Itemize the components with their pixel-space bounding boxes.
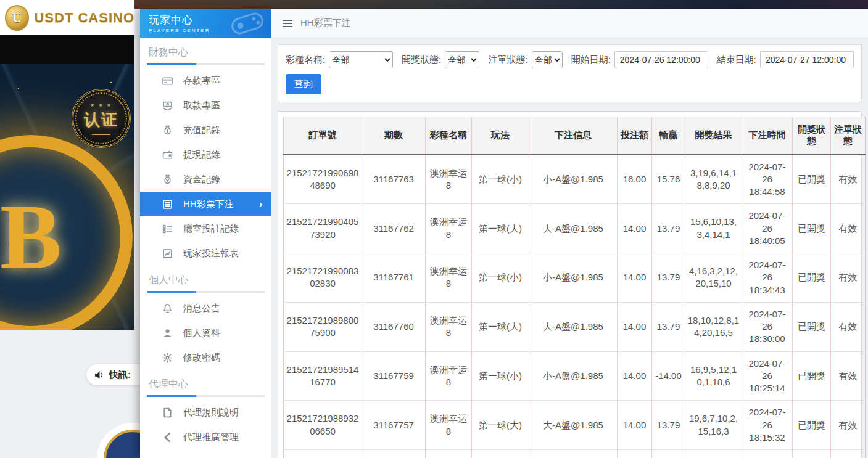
main-area: HH彩票下注 彩種名稱: 全部 開獎狀態: 全部 注單狀態: 全部	[271, 9, 868, 458]
table-row: 215217219895141677031167759澳洲幸运8第一球(小)小-…	[284, 351, 866, 401]
table-cell: 已開獎	[793, 401, 831, 450]
table-cell: 16,9,5,12,10,1,18,6	[685, 351, 742, 401]
table-cell: 2152172199069848690	[284, 155, 362, 204]
table-cell: 已開獎	[793, 155, 831, 204]
table-row: 215217219906984869031167763澳洲幸运8第一球(小)小-…	[284, 155, 866, 204]
section-underline	[147, 291, 265, 293]
table-cell: 2152172199040573920	[284, 204, 362, 253]
column-header: 開獎結果	[685, 117, 742, 155]
table-cell: 澳洲幸运8	[426, 351, 472, 401]
withdraw-hand-icon	[162, 100, 173, 111]
column-header: 投注額	[618, 117, 652, 155]
table-cell: 已開獎	[793, 450, 831, 458]
sidebar-header: 玩家中心 PLAYERS CENTER	[140, 9, 271, 38]
column-header: 輸贏	[652, 117, 685, 155]
table-row: 215217219900830283031167761澳洲幸运8第一球(小)小-…	[284, 253, 866, 303]
lottery-name-label: 彩種名稱:	[286, 54, 325, 66]
column-header: 開獎狀態	[793, 117, 831, 155]
menu-toggle-icon[interactable]	[283, 18, 292, 29]
table-cell: 第一球(大)	[472, 450, 529, 458]
start-date-label: 開始日期:	[571, 54, 611, 66]
column-header: 彩種名稱	[426, 117, 472, 155]
sidebar-item-funds-records[interactable]: 資金記錄	[140, 167, 271, 192]
table-header-row: 訂單號期數彩種名稱玩法下注信息投注額輸贏開獎結果下注時間開獎狀態注單狀態	[284, 117, 866, 155]
table-cell: 第一球(大)	[472, 401, 529, 450]
table-cell: 2152172198980075900	[284, 302, 362, 351]
table-cell: 2152172198860536040	[284, 450, 362, 458]
sidebar-item-agent-promotion[interactable]: 代理推廣管理	[140, 425, 271, 449]
table-cell: 有效	[831, 450, 866, 458]
sidebar-item-player-bet-report[interactable]: 玩家投注報表	[140, 241, 271, 266]
table-cell: 2024-07-26 18:15:32	[742, 401, 793, 450]
table-cell: 31167757	[362, 401, 426, 450]
sidebar-item-withdraw[interactable]: 取款專區	[140, 93, 271, 118]
table-cell: 有效	[831, 401, 866, 450]
order-status-label: 注單狀態:	[488, 54, 527, 66]
main-content: 彩種名稱: 全部 開獎狀態: 全部 注單狀態: 全部 開始日期: 結束日期:	[271, 38, 868, 458]
deposit-card-icon	[162, 76, 173, 86]
sidebar: 玩家中心 PLAYERS CENTER 財務中心存款專區取款專區充值記錄提現記錄…	[140, 9, 271, 458]
site-logo: U USDT CASINO	[0, 0, 134, 35]
table-cell: 已開獎	[793, 302, 831, 351]
sidebar-item-cashout-records[interactable]: 提現記錄	[140, 142, 271, 167]
table-cell: 第一球(大)	[472, 302, 529, 351]
section-underline	[147, 395, 265, 397]
table-cell: -14.00	[652, 351, 685, 401]
header-black-band	[0, 35, 134, 64]
sidebar-item-announcements[interactable]: 消息公告	[140, 296, 271, 321]
sidebar-item-profile[interactable]: 個人資料	[140, 321, 271, 345]
table-cell: 2024-07-26 18:40:05	[742, 204, 793, 253]
table-cell: 31167756	[362, 450, 426, 458]
table-cell: 19,9,20,10,4,16,14,12	[685, 450, 742, 458]
table-cell: 13.79	[652, 302, 685, 351]
table-cell: 18,10,12,8,14,20,16,5	[685, 302, 742, 351]
column-header: 下注時間	[742, 117, 793, 155]
main-topbar: HH彩票下注	[271, 9, 868, 38]
table-cell: 15.76	[652, 155, 685, 204]
table-cell: 14.00	[618, 204, 652, 253]
sidebar-item-agent-rules[interactable]: 代理規則說明	[140, 400, 271, 425]
order-status-select[interactable]: 全部	[532, 51, 563, 68]
sidebar-item-label: 資金記錄	[183, 174, 220, 186]
share-icon	[162, 432, 173, 443]
table-cell: 14.00	[618, 401, 652, 450]
bitcoin-banner-image: B ★ ★ ★ 认证	[0, 64, 134, 330]
table-cell: 澳洲幸运8	[426, 302, 472, 351]
table-row: 215217219886053604031167756澳洲幸运8第一球(大)大-…	[284, 450, 866, 458]
sidebar-item-label: 廳室投註記錄	[183, 223, 239, 235]
table-cell: 第一球(大)	[472, 204, 529, 253]
table-cell: 已開獎	[793, 253, 831, 303]
filter-card: 彩種名稱: 全部 開獎狀態: 全部 注單狀態: 全部 開始日期: 結束日期:	[278, 44, 862, 102]
table-cell: 31167760	[362, 302, 426, 351]
draw-status-select[interactable]: 全部	[445, 51, 479, 68]
column-header: 期數	[362, 117, 426, 155]
sidebar-item-deposit[interactable]: 存款專區	[140, 68, 271, 93]
table-cell: 19,6,7,10,2,15,16,3	[685, 401, 742, 450]
sidebar-item-change-password[interactable]: 修改密碼	[140, 345, 271, 370]
table-cell: 小-A盤@1.985	[529, 155, 618, 204]
table-cell: 第一球(小)	[472, 351, 529, 401]
usdt-coin-icon: U	[5, 5, 29, 31]
table-row: 215217219898007590031167760澳洲幸运8第一球(大)大-…	[284, 302, 866, 351]
table-cell: 小-A盤@1.985	[529, 351, 618, 401]
search-button[interactable]: 查詢	[286, 74, 321, 94]
table-cell: 2152172198951416770	[284, 351, 362, 401]
sidebar-item-room-bet-records[interactable]: 廳室投註記錄	[140, 216, 271, 241]
table-body: 215217219906984869031167763澳洲幸运8第一球(小)小-…	[284, 155, 866, 458]
table-cell: 第一球(小)	[472, 253, 529, 303]
end-date-input[interactable]	[760, 51, 854, 68]
start-date-input[interactable]	[614, 51, 708, 68]
sidebar-item-label: 消息公告	[183, 303, 220, 314]
gear-icon	[162, 353, 173, 363]
table-cell: 2024-07-26 18:44:58	[742, 155, 793, 204]
table-cell: 2024-07-26 18:25:14	[742, 351, 793, 401]
table-cell: 2024-07-26 18:34:43	[742, 253, 793, 303]
section-underline	[147, 63, 265, 65]
sidebar-item-label: 個人資料	[183, 327, 220, 339]
end-date-label: 結束日期:	[717, 54, 756, 66]
lottery-name-select[interactable]: 全部	[329, 51, 393, 68]
sidebar-item-hh-lottery-bets[interactable]: HH彩票下注›	[140, 192, 271, 216]
sidebar-item-recharge-records[interactable]: 充值記錄	[140, 118, 271, 142]
sidebar-item-label: 代理規則說明	[183, 407, 239, 419]
column-header: 訂單號	[284, 117, 362, 155]
